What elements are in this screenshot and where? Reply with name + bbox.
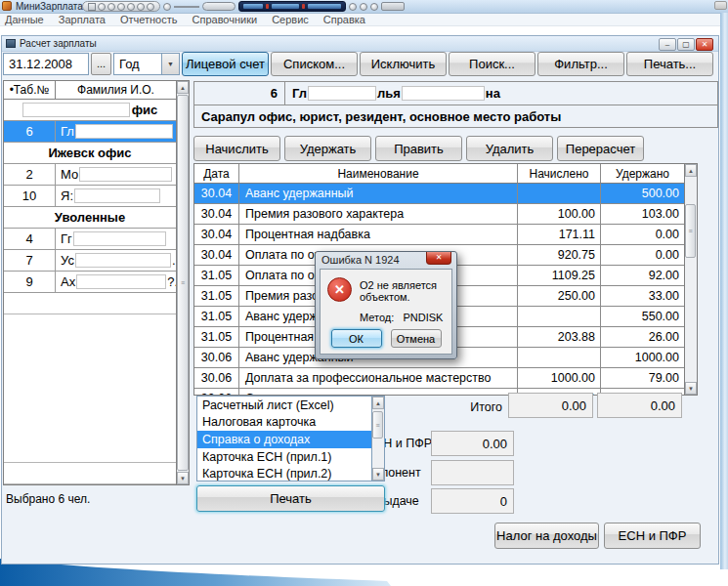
column-header-title[interactable]: Наименование (239, 164, 518, 183)
recorder-play-icon[interactable] (117, 3, 125, 11)
recorder-knob-icon[interactable] (163, 3, 171, 11)
action-button[interactable]: Удалить (466, 136, 553, 161)
operation-cell: 1109.25 (518, 266, 601, 285)
recorder-settings-icon[interactable] (137, 3, 145, 11)
column-header-tab-no[interactable]: •Таб.№ (4, 81, 56, 99)
scroll-down-icon[interactable]: ▼ (372, 468, 384, 481)
column-header-name[interactable]: Фамилия И.О. (56, 81, 176, 99)
action-button[interactable]: Удержать (284, 136, 371, 161)
date-input[interactable]: 31.12.2008 (3, 53, 89, 75)
recorder-buttons[interactable] (82, 1, 160, 12)
action-button[interactable]: Начислить (193, 136, 280, 161)
recorder-button-icon[interactable] (370, 3, 378, 11)
menu-item[interactable]: Сервис (272, 14, 309, 25)
salary-window-titlebar[interactable]: Расчет зарплаты (2, 36, 718, 52)
background-window-controls[interactable] (714, 1, 727, 10)
action-button[interactable]: Править (375, 136, 462, 161)
employee-name-cell: Ус. (56, 250, 176, 271)
scroll-up-icon[interactable]: ▲ (372, 397, 384, 409)
operation-cell: 26.00 (601, 327, 684, 347)
period-select[interactable]: Год ▼ (113, 53, 180, 75)
scrollbar-thumb[interactable]: ≡ (685, 204, 696, 258)
recorder-button-icon[interactable] (349, 3, 357, 11)
period-value: Год (114, 57, 161, 71)
menu-item[interactable]: Данные (5, 14, 44, 25)
employee-row[interactable]: 2Мо (4, 164, 176, 186)
menu-item[interactable]: Зарплата (59, 14, 106, 25)
report-item[interactable]: Карточка ЕСН (прил.2) (197, 465, 371, 481)
column-header-accrued[interactable]: Начислено (518, 164, 601, 183)
operation-row[interactable]: 30.06Доплата за профессиональное мастерс… (194, 368, 684, 389)
ok-button[interactable]: ОК (331, 329, 382, 348)
recorder-forward-icon[interactable] (127, 3, 135, 11)
recorder-stop-icon[interactable] (88, 3, 96, 11)
close-icon[interactable]: ✕ (696, 38, 713, 51)
scroll-down-icon[interactable]: ▼ (685, 382, 697, 395)
column-header-date[interactable]: Дата (194, 164, 239, 183)
menu-item[interactable]: Справка (323, 14, 365, 25)
reports-list: Расчетный лист (Excel)Налоговая карточка… (196, 396, 385, 481)
report-item[interactable]: Карточка ЕСН (прил.1) (197, 448, 371, 466)
report-item[interactable]: Расчетный лист (Excel) (197, 397, 371, 414)
income-tax-button[interactable]: Налог на доходы (494, 523, 599, 549)
chevron-down-icon[interactable]: ▼ (161, 54, 179, 74)
operation-cell: 1000.00 (518, 368, 601, 388)
employee-row[interactable]: 7Ус. (4, 250, 176, 272)
esn-pfr-button[interactable]: ЕСН и ПФР (604, 523, 701, 549)
scrollbar-thumb[interactable]: ≡ (177, 95, 189, 471)
report-item[interactable]: Налоговая карточка (197, 414, 371, 432)
employee-group-row[interactable]: Ижевск офис (4, 143, 176, 164)
name-fragment: . (172, 253, 176, 268)
operation-cell: 30.04 (194, 204, 239, 224)
error-message: О2 не является объектом. (360, 279, 445, 303)
cancel-button[interactable]: Отмена (391, 329, 442, 348)
scroll-up-icon[interactable]: ▲ (177, 81, 189, 94)
scroll-up-icon[interactable]: ▲ (685, 164, 697, 177)
maximize-icon[interactable]: ▢ (677, 38, 695, 51)
employee-group-row[interactable]: Уволенные (4, 207, 176, 229)
toolbar-button[interactable]: Лицевой счет (182, 52, 269, 76)
operations-scrollbar[interactable]: ▲ ≡ ▼ (684, 164, 697, 395)
employee-group-row[interactable]: фис (4, 100, 176, 121)
minimize-icon[interactable]: – (659, 38, 676, 51)
recorder-record-icon[interactable] (98, 3, 106, 11)
operation-row[interactable]: 30.04Аванс удержанный500.00 (194, 184, 684, 204)
screen-recorder-toolbar (82, 0, 405, 13)
toolbar-button[interactable]: Исключить (360, 52, 447, 76)
employee-row[interactable]: 6Гл (4, 121, 176, 143)
reports-scrollbar[interactable]: ▲ ≡ ▼ (371, 397, 384, 481)
close-icon[interactable]: ✕ (426, 252, 451, 265)
recorder-window-buttons[interactable] (381, 2, 405, 11)
recorder-button-icon[interactable] (360, 3, 367, 11)
report-item[interactable]: Справка о доходах (197, 431, 371, 448)
operation-cell: 0.00 (601, 245, 684, 265)
operation-row[interactable]: 30.04Процентная надбавка171.110.00 (194, 225, 684, 245)
action-button[interactable]: Перерасчет (557, 136, 644, 161)
recorder-pause-icon[interactable] (107, 3, 115, 11)
employee-row[interactable]: 9Ах?. (4, 272, 176, 293)
scrollbar-thumb[interactable]: ≡ (372, 411, 383, 439)
toolbar-button[interactable]: Фильтр... (537, 52, 624, 76)
toolbar-button[interactable]: Поиск... (449, 52, 535, 76)
name-fragment: Я: (61, 188, 73, 203)
operations-header: Дата Наименование Начислено Удержано (194, 164, 684, 184)
deponent-field (431, 460, 514, 485)
date-picker-button[interactable]: ... (91, 53, 111, 75)
recorder-slider[interactable] (174, 6, 199, 8)
menu-item[interactable]: Отчетность (120, 14, 178, 25)
employees-scrollbar[interactable]: ▲ ≡ ▼ (176, 81, 189, 484)
recorder-minimize-icon[interactable] (147, 3, 154, 11)
column-header-withheld[interactable]: Удержано (601, 164, 684, 183)
scroll-down-icon[interactable]: ▼ (177, 472, 189, 484)
menu-bar: ДанныеЗарплатаОтчетностьСправочникиСерви… (0, 14, 728, 26)
toolbar-button[interactable]: Печать... (626, 52, 713, 76)
name-fragment: Ус (61, 253, 74, 268)
menu-item[interactable]: Справочники (193, 14, 258, 25)
toolbar-button[interactable]: Списком... (271, 52, 358, 76)
operation-row[interactable]: 30.04Премия разового характера100.00103.… (194, 204, 684, 225)
employee-row[interactable]: 10Я: (4, 186, 176, 207)
print-button[interactable]: Печать (196, 485, 385, 512)
payout-field: 0 (431, 488, 514, 514)
redaction-box (402, 86, 485, 101)
employee-row[interactable]: 4Гг (4, 229, 176, 250)
